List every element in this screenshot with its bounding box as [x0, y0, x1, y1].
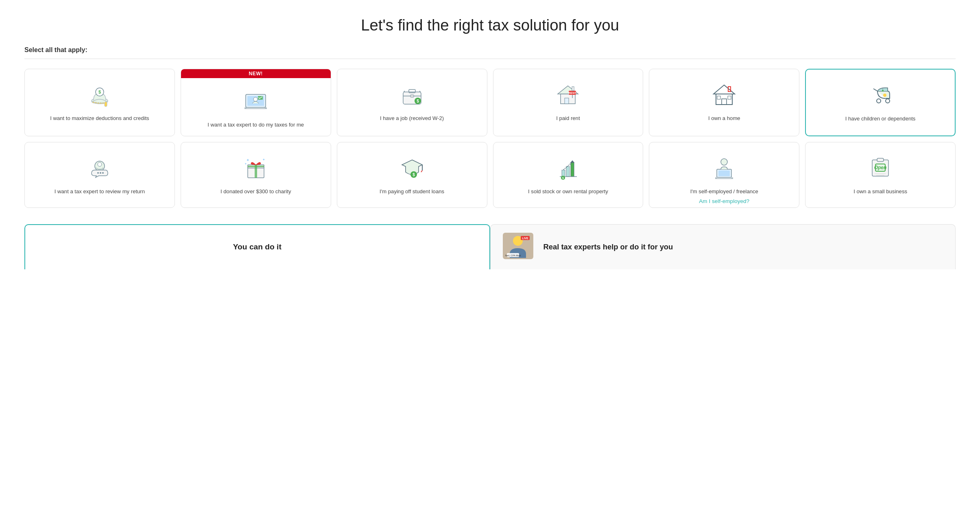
svg-point-31 [877, 99, 881, 103]
own-home-icon [710, 81, 738, 109]
svg-rect-7 [102, 103, 104, 104]
card-children-dependents-label: I have children or dependents [845, 115, 916, 122]
card-paid-rent-label: I paid rent [556, 115, 580, 122]
svg-line-33 [873, 89, 877, 91]
card-donated-charity[interactable]: ✦ ✦ ✦ I donated over $300 to charity [181, 142, 331, 207]
svg-rect-29 [728, 96, 731, 99]
svg-text:Open: Open [874, 165, 887, 170]
card-maximize-deductions-label: I want to maximize deductions and credit… [50, 115, 149, 122]
cards-row1: $ I want to maximize deductions and cred… [24, 69, 956, 136]
svg-marker-57 [570, 160, 574, 163]
svg-rect-45 [248, 166, 264, 167]
svg-rect-24 [572, 87, 574, 91]
student-loans-icon: $ [398, 154, 426, 182]
card-self-employed-label: I'm self-employed / freelance [690, 188, 758, 195]
bottom-left-title: You can do it [233, 242, 282, 251]
svg-text:RENT: RENT [569, 92, 577, 94]
new-badge: NEW! [181, 69, 331, 78]
divider [24, 59, 956, 59]
card-tax-expert-review[interactable]: I want a tax expert to review my return [24, 142, 175, 207]
svg-rect-20 [565, 98, 569, 104]
svg-text:✦: ✦ [246, 158, 249, 162]
cards-row2: I want a tax expert to review my return … [24, 142, 956, 207]
card-donated-charity-label: I donated over $300 to charity [220, 188, 291, 195]
svg-rect-55 [566, 166, 570, 177]
card-tax-expert-do-taxes-label: I want a tax expert to do my taxes for m… [207, 121, 304, 129]
svg-text:$: $ [413, 173, 415, 177]
svg-rect-54 [562, 170, 565, 177]
tax-expert-do-taxes-icon [242, 87, 270, 116]
self-employed-icon [710, 154, 738, 182]
card-student-loans[interactable]: $ I'm paying off student loans [337, 142, 487, 207]
svg-point-38 [98, 162, 102, 166]
card-small-business-label: I own a small business [853, 188, 907, 195]
paid-rent-icon: RENT [554, 81, 582, 109]
card-sold-stock[interactable]: $ I sold stock or own rental property [493, 142, 644, 207]
expert-avatar: LIVE Neil, CPA Matt [503, 233, 535, 261]
svg-text:Neil, CPA Matt: Neil, CPA Matt [505, 254, 521, 257]
card-own-home[interactable]: I own a home [649, 69, 799, 136]
svg-marker-25 [714, 85, 735, 94]
card-tax-expert-do-taxes[interactable]: NEW! I want a tax expert to do my taxes … [181, 69, 331, 136]
card-have-job[interactable]: $ I have a job (received W-2) [337, 69, 487, 136]
svg-text:$: $ [562, 177, 564, 180]
svg-rect-6 [100, 103, 102, 104]
svg-line-53 [421, 170, 422, 172]
svg-rect-15 [410, 95, 414, 97]
card-tax-expert-review-label: I want a tax expert to review my return [55, 188, 145, 195]
card-sold-stock-label: I sold stock or own rental property [528, 188, 608, 195]
donated-charity-icon: ✦ ✦ ✦ [242, 154, 270, 182]
card-paid-rent[interactable]: RENT I paid rent [493, 69, 644, 136]
svg-rect-56 [571, 162, 574, 177]
svg-point-36 [882, 90, 884, 92]
svg-text:✦: ✦ [244, 162, 247, 165]
card-self-employed[interactable]: I'm self-employed / freelance Am I self-… [649, 142, 799, 207]
tax-expert-review-icon [85, 154, 114, 182]
svg-rect-5 [97, 103, 99, 104]
svg-point-34 [883, 94, 886, 97]
have-job-icon: $ [398, 81, 426, 109]
select-label: Select all that apply: [24, 46, 956, 54]
svg-point-61 [721, 159, 727, 165]
bottom-right-card[interactable]: LIVE Neil, CPA Matt Real tax experts hel… [490, 224, 956, 269]
svg-text:$: $ [417, 99, 419, 103]
card-children-dependents[interactable]: I have children or dependents [805, 69, 956, 136]
children-dependents-icon [866, 81, 895, 109]
svg-text:✦: ✦ [262, 158, 265, 162]
maximize-deductions-icon: $ [85, 81, 114, 109]
expert-photo: LIVE Neil, CPA Matt [503, 233, 533, 259]
svg-point-41 [102, 172, 104, 174]
svg-text:$: $ [98, 90, 101, 94]
page-title: Let's find the right tax solution for yo… [24, 16, 956, 34]
sold-stock-icon: $ [554, 154, 582, 182]
svg-rect-65 [877, 158, 884, 162]
svg-text:LIVE: LIVE [522, 237, 528, 240]
svg-rect-28 [717, 96, 720, 99]
bottom-right-title: Real tax experts help or do it for you [543, 242, 673, 252]
card-have-job-label: I have a job (received W-2) [380, 115, 444, 122]
bottom-left-card[interactable]: You can do it [24, 224, 490, 269]
bottom-section: You can do it LIVE Neil, CPA Matt Real t… [24, 224, 956, 269]
svg-point-11 [253, 97, 258, 101]
self-employed-link[interactable]: Am I self-employed? [699, 198, 749, 204]
card-small-business[interactable]: Open I own a small business [805, 142, 956, 207]
svg-point-32 [886, 99, 890, 103]
svg-rect-8 [105, 102, 107, 107]
svg-rect-63 [718, 170, 730, 176]
card-own-home-label: I own a home [708, 115, 740, 122]
svg-rect-27 [722, 99, 727, 105]
small-business-icon: Open [866, 154, 895, 182]
card-maximize-deductions[interactable]: $ I want to maximize deductions and cred… [24, 69, 175, 136]
svg-point-40 [100, 172, 101, 174]
svg-point-39 [97, 172, 99, 174]
svg-rect-4 [95, 102, 97, 103]
card-student-loans-label: I'm paying off student loans [380, 188, 444, 195]
svg-rect-3 [92, 102, 94, 103]
